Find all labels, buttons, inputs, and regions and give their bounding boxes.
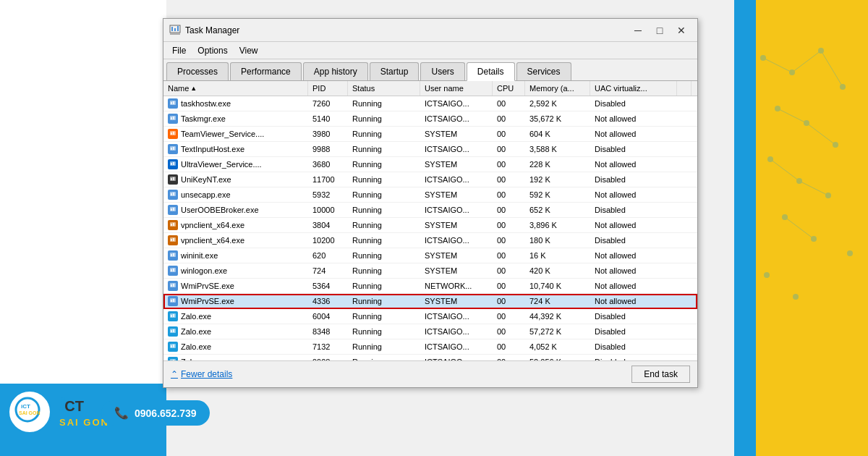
table-row[interactable]: Zalo.exe 9908 Running ICTSAIGO... 00 52,… — [163, 355, 697, 360]
col-header-pid[interactable]: PID — [308, 81, 348, 96]
cell-uac: Not allowed — [590, 187, 677, 202]
cell-pid: 8348 — [308, 324, 348, 339]
fewer-details-button[interactable]: ⌃ Fewer details — [171, 369, 232, 379]
cell-status: Running — [348, 233, 420, 248]
table-row[interactable]: UltraViewer_Service.... 3680 Running SYS… — [163, 157, 697, 172]
svg-point-81 — [764, 272, 770, 278]
cell-status: Running — [348, 203, 420, 217]
menu-options[interactable]: Options — [193, 44, 231, 57]
table-row[interactable]: taskhostw.exe 7260 Running ICTSAIGO... 0… — [163, 96, 697, 111]
process-icon — [168, 281, 178, 291]
cell-user: SYSTEM — [420, 263, 493, 278]
maximize-button[interactable]: □ — [650, 20, 670, 41]
cell-user: SYSTEM — [420, 187, 493, 202]
table-row[interactable]: Zalo.exe 8348 Running ICTSAIGO... 00 57,… — [163, 324, 697, 339]
table-row[interactable]: Zalo.exe 7132 Running ICTSAIGO... 00 4,0… — [163, 339, 697, 355]
cell-status: Running — [348, 355, 420, 360]
cell-memory: 420 K — [525, 263, 590, 278]
tab-users[interactable]: Users — [420, 62, 464, 80]
close-button[interactable]: ✕ — [671, 20, 692, 41]
cell-uac: Disabled — [590, 203, 677, 217]
cell-name: Taskmgr.exe — [163, 111, 308, 126]
svg-rect-43 — [173, 269, 174, 271]
table-row[interactable]: TextInputHost.exe 9988 Running ICTSAIGO.… — [163, 142, 697, 157]
svg-rect-19 — [173, 147, 174, 150]
svg-rect-16 — [173, 132, 174, 135]
cell-uac: Not allowed — [590, 248, 677, 263]
process-icon — [168, 114, 178, 124]
cell-uac: Not allowed — [590, 294, 677, 308]
cell-uac: Disabled — [590, 96, 677, 111]
menu-file[interactable]: File — [168, 44, 190, 57]
cell-extra — [677, 218, 692, 232]
svg-rect-55 — [173, 329, 174, 332]
cell-memory: 2,592 K — [525, 96, 590, 111]
cell-extra — [677, 172, 692, 187]
process-icon — [168, 159, 178, 169]
tab-processes[interactable]: Processes — [166, 62, 229, 80]
col-header-status[interactable]: Status — [348, 81, 420, 96]
tab-performance[interactable]: Performance — [230, 62, 302, 80]
svg-rect-5 — [174, 28, 176, 31]
cell-pid: 7132 — [308, 339, 348, 354]
cell-memory: 604 K — [525, 127, 590, 141]
svg-point-80 — [847, 250, 853, 256]
cell-memory: 592 K — [525, 187, 590, 202]
tab-services[interactable]: Services — [516, 62, 571, 80]
svg-rect-28 — [173, 193, 174, 195]
svg-rect-58 — [173, 345, 174, 347]
table-row[interactable]: WmiPrvSE.exe 5364 Running NETWORK... 00 … — [163, 279, 697, 294]
cell-status: Running — [348, 263, 420, 278]
table-row[interactable]: winlogon.exe 724 Running SYSTEM 00 420 K… — [163, 263, 697, 279]
table-row[interactable]: WmiPrvSE.exe 4336 Running SYSTEM 00 724 … — [163, 294, 697, 309]
cell-memory: 10,740 K — [525, 279, 590, 293]
menu-bar: File Options View — [163, 42, 697, 59]
table-row[interactable]: Zalo.exe 6004 Running ICTSAIGO... 00 44,… — [163, 309, 697, 324]
cell-memory: 16 K — [525, 248, 590, 263]
cell-pid: 9908 — [308, 355, 348, 360]
table-row[interactable]: vpnclient_x64.exe 3804 Running SYSTEM 00… — [163, 218, 697, 233]
table-header: Name ▲ PID Status User name CPU Memory (… — [163, 81, 697, 96]
table-row[interactable]: UniKeyNT.exe 11700 Running ICTSAIGO... 0… — [163, 172, 697, 187]
cell-name: taskhostw.exe — [163, 96, 308, 111]
tab-details[interactable]: Details — [467, 62, 515, 81]
table-row[interactable]: wininit.exe 620 Running SYSTEM 00 16 K N… — [163, 248, 697, 263]
cell-extra — [677, 248, 692, 263]
phone-icon: 📞 — [114, 406, 129, 420]
col-header-cpu[interactable]: CPU — [493, 81, 525, 96]
cell-status: Running — [348, 248, 420, 263]
end-task-button[interactable]: End task — [631, 366, 690, 383]
cell-name: vpnclient_x64.exe — [163, 233, 308, 248]
cell-name: Zalo.exe — [163, 324, 308, 339]
svg-rect-48 — [171, 300, 172, 302]
table-row[interactable]: Taskmgr.exe 5140 Running ICTSAIGO... 00 … — [163, 111, 697, 127]
tab-startup[interactable]: Startup — [370, 62, 420, 80]
svg-rect-39 — [171, 254, 172, 256]
cell-status: Running — [348, 142, 420, 156]
table-row[interactable]: vpnclient_x64.exe 10200 Running ICTSAIGO… — [163, 233, 697, 248]
task-manager-window: Task Manager ─ □ ✕ File Options View Pro… — [163, 18, 698, 388]
cell-cpu: 00 — [493, 339, 525, 354]
col-header-memory[interactable]: Memory (a... — [525, 81, 590, 96]
table-row[interactable]: UserOOBEBroker.exe 10000 Running ICTSAIG… — [163, 203, 697, 218]
cell-name: WmiPrvSE.exe — [163, 279, 308, 293]
phone-badge: 📞 0906.652.739 — [101, 400, 210, 426]
cell-cpu: 00 — [493, 111, 525, 126]
svg-rect-9 — [171, 102, 172, 104]
cell-user: SYSTEM — [420, 248, 493, 263]
cell-pid: 7260 — [308, 96, 348, 111]
col-header-username[interactable]: User name — [420, 81, 493, 96]
process-icon — [168, 250, 178, 261]
col-header-uac[interactable]: UAC virtualiz... — [590, 81, 677, 96]
process-icon — [168, 190, 178, 200]
minimize-button[interactable]: ─ — [628, 20, 648, 41]
table-body[interactable]: taskhostw.exe 7260 Running ICTSAIGO... 0… — [163, 96, 697, 360]
title-controls: ─ □ ✕ — [628, 20, 692, 41]
table-row[interactable]: unsecapp.exe 5932 Running SYSTEM 00 592 … — [163, 187, 697, 203]
table-row[interactable]: TeamViewer_Service.... 3980 Running SYST… — [163, 127, 697, 142]
cell-cpu: 00 — [493, 248, 525, 263]
cell-extra — [677, 157, 692, 172]
tab-app-history[interactable]: App history — [303, 62, 368, 80]
col-header-name[interactable]: Name ▲ — [163, 81, 308, 96]
menu-view[interactable]: View — [235, 44, 263, 57]
